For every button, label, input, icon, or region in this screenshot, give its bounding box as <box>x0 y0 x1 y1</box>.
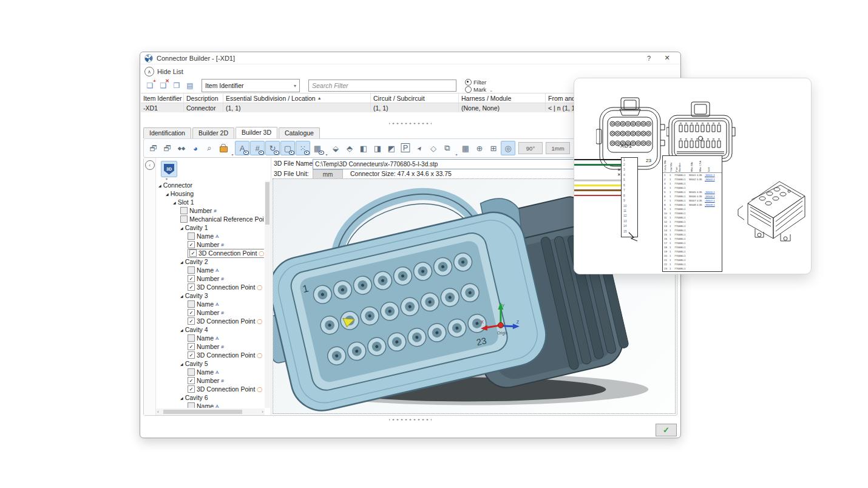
filter-field-dropdown[interactable]: Item Identifier ▾ <box>202 79 300 92</box>
tree-node-slot-1[interactable]: ◢Slot 1 <box>157 198 264 206</box>
pointer-icon[interactable]: ➤ <box>413 141 426 155</box>
hide-list-label[interactable]: Hide List <box>157 68 183 75</box>
checkbox-number[interactable]: ✓ <box>188 377 195 384</box>
collapse-list-icon[interactable]: ∧ <box>144 67 154 76</box>
view-back-icon[interactable]: ⬘ <box>343 141 356 155</box>
rotation-visibility-icon[interactable]: ↻ <box>265 141 280 155</box>
micro-cell[interactable]: -W001:1 <box>705 173 718 177</box>
tree-node-3d-connection-point[interactable]: ✓3D Connection Point◯ <box>157 385 264 393</box>
micro-cell[interactable]: -W007:1 <box>705 198 718 203</box>
tree-node-name[interactable]: NameA <box>157 334 264 342</box>
points-visibility-icon[interactable]: ⁙ <box>296 141 310 155</box>
grid-icon[interactable]: ▦ <box>459 141 472 155</box>
checkbox-3d-connection-point[interactable]: ✓ <box>189 249 197 257</box>
column-header-1[interactable]: Description <box>184 93 223 103</box>
expand-triangle-icon[interactable]: ◢ <box>158 183 161 188</box>
tree-node-name[interactable]: NameA <box>157 232 264 240</box>
tree-node-number[interactable]: ✓Number# <box>157 274 264 283</box>
checkbox-name[interactable] <box>188 232 195 240</box>
row-cell-1[interactable]: Connector <box>184 103 223 112</box>
tree-node-number[interactable]: ✓Number# <box>157 376 264 385</box>
expand-triangle-icon[interactable]: ◢ <box>180 260 183 264</box>
help-button[interactable]: ? <box>640 53 658 63</box>
checkbox-mechanical-reference-point[interactable] <box>180 215 188 223</box>
checkbox-number[interactable]: ✓ <box>188 241 195 248</box>
view-left-icon[interactable]: ◧ <box>357 141 370 155</box>
number-visibility-icon[interactable]: # <box>250 141 265 155</box>
ok-button[interactable]: ✓ <box>656 424 677 436</box>
tree-node-name[interactable]: NameA <box>157 368 264 376</box>
tab-identification[interactable]: Identification <box>143 127 191 138</box>
checkbox-name[interactable] <box>188 402 195 408</box>
checkbox-number[interactable]: ✓ <box>188 275 195 282</box>
tree-node-cavity-5[interactable]: ◢Cavity 5 <box>157 359 264 368</box>
micro-cell[interactable]: -W008:1 <box>705 203 718 207</box>
row-cell-2[interactable]: (1, 1) <box>223 103 371 112</box>
checkbox-name[interactable] <box>188 368 195 376</box>
snap-circle-icon[interactable]: ◎ <box>501 141 515 155</box>
checkbox-name[interactable] <box>188 300 195 308</box>
toolbar-overflow-icon[interactable]: ⌄ <box>489 88 493 93</box>
tree-horizontal-scrollbar[interactable]: ‹› <box>156 408 265 415</box>
label-visibility-icon[interactable]: A <box>235 141 249 155</box>
checkbox-3d-connection-point[interactable]: ✓ <box>188 283 195 291</box>
tree-node-3d-connection-point[interactable]: ✓3D Connection Point◯ <box>157 249 264 257</box>
bottom-splitter[interactable] <box>140 418 680 421</box>
checkbox-number[interactable] <box>180 207 188 214</box>
tree-node-3d-connection-point[interactable]: ✓3D Connection Point◯ <box>157 351 264 359</box>
tree-node-number[interactable]: ✓Number# <box>157 308 264 317</box>
snap-box-icon[interactable]: ⊞ <box>487 141 500 155</box>
row-cell-4[interactable]: (None, None) <box>459 103 546 112</box>
checkbox-number[interactable]: ✓ <box>188 343 195 350</box>
close-button[interactable]: ✕ <box>658 53 676 63</box>
view-front-icon[interactable]: ⬙ <box>329 141 342 155</box>
column-header-2[interactable]: Essential Subdivision / Location▲ <box>223 93 371 103</box>
tree-node-name[interactable]: NameA <box>157 402 264 408</box>
row-cell-3[interactable]: (1, 1) <box>371 103 459 112</box>
toolbar-group-overflow-icon[interactable]: ▾ <box>455 138 458 158</box>
tree-vertical-scrollbar[interactable] <box>265 181 270 408</box>
tree-node-name[interactable]: NameA <box>157 266 264 274</box>
expand-triangle-icon[interactable]: ◢ <box>166 192 169 196</box>
add-connector-view-icon[interactable]: 🗗 <box>161 141 174 155</box>
material-icon[interactable]: ◕ <box>189 141 202 155</box>
checkbox-number[interactable]: ✓ <box>188 309 195 316</box>
inspect-model-icon[interactable]: ⌕ <box>203 141 216 155</box>
tree-node-connector[interactable]: ◢Connector <box>157 181 264 189</box>
show-connector-icon[interactable]: 🗗 <box>147 141 160 155</box>
expand-triangle-icon[interactable]: ◢ <box>180 226 183 230</box>
compare-icon[interactable]: ◆◆ <box>175 141 188 155</box>
tab-catalogue[interactable]: Catalogue <box>279 127 320 138</box>
paste-item-icon[interactable]: ▤ <box>185 80 195 91</box>
row-cell-0[interactable]: -XD1 <box>141 103 184 112</box>
column-header-0[interactable]: Item Identifier <box>141 93 184 103</box>
tree-node-mechanical-reference-point[interactable]: Mechanical Reference Point▣ <box>157 215 264 223</box>
tree-node-name[interactable]: NameA <box>157 300 264 308</box>
distance-step-field[interactable]: 1mm <box>546 142 570 154</box>
remove-item-icon[interactable]: ❏✕ <box>158 80 169 91</box>
mode-3d-button[interactable]: 3D <box>161 161 177 177</box>
tree-node-cavity-4[interactable]: ◢Cavity 4 <box>157 325 264 334</box>
tree-node-cavity-3[interactable]: ◢Cavity 3 <box>157 291 264 300</box>
tree-node-number[interactable]: ✓Number# <box>157 342 264 351</box>
expand-triangle-icon[interactable]: ◢ <box>173 200 176 205</box>
tree-node-number[interactable]: ✓Number# <box>157 240 264 249</box>
tab-builder-3d[interactable]: Builder 3D <box>236 127 277 138</box>
toolbar-group-overflow-icon[interactable]: ▾ <box>325 138 328 158</box>
view-iso-icon[interactable]: ◩ <box>385 141 398 155</box>
checkbox-3d-connection-point[interactable]: ✓ <box>188 385 195 393</box>
toolbar-group-overflow-icon[interactable]: ▾ <box>231 138 234 158</box>
expand-triangle-icon[interactable]: ◢ <box>180 362 183 366</box>
view-right-icon[interactable]: ◨ <box>371 141 384 155</box>
checkbox-name[interactable] <box>188 334 195 342</box>
rotation-step-field[interactable]: 90° <box>518 142 543 154</box>
tree-toolbar-overflow-icon[interactable]: ▾ <box>166 177 168 181</box>
mark-radio[interactable]: Mark⌄ <box>465 86 493 93</box>
plane-visibility-icon[interactable]: ▢ <box>280 141 295 155</box>
filter-radio[interactable]: Filter <box>465 79 493 86</box>
tree-node-cavity-1[interactable]: ◢Cavity 1 <box>157 223 264 232</box>
lock-icon[interactable] <box>217 141 230 155</box>
expand-triangle-icon[interactable]: ◢ <box>180 396 183 400</box>
collapse-tree-icon[interactable]: ‹ <box>145 160 155 170</box>
tab-builder-2d[interactable]: Builder 2D <box>192 127 234 138</box>
